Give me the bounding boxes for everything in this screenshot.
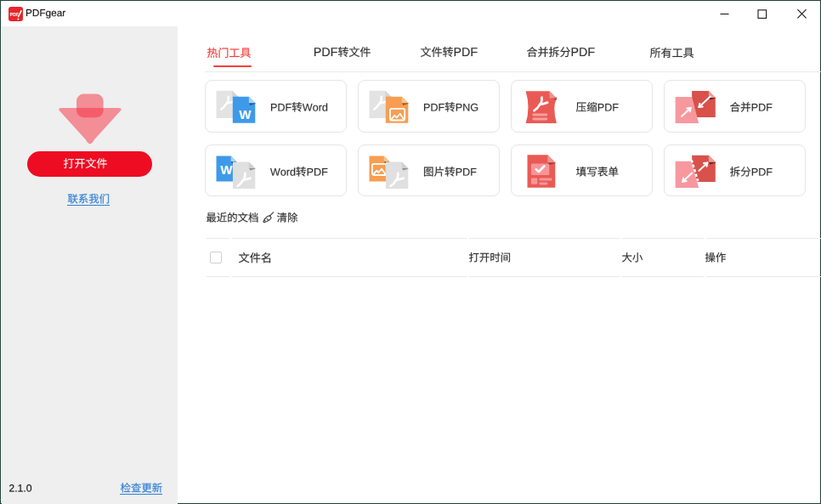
svg-text:W: W xyxy=(239,107,252,122)
svg-text:PDF: PDF xyxy=(10,12,19,17)
svg-text:W: W xyxy=(220,162,233,177)
